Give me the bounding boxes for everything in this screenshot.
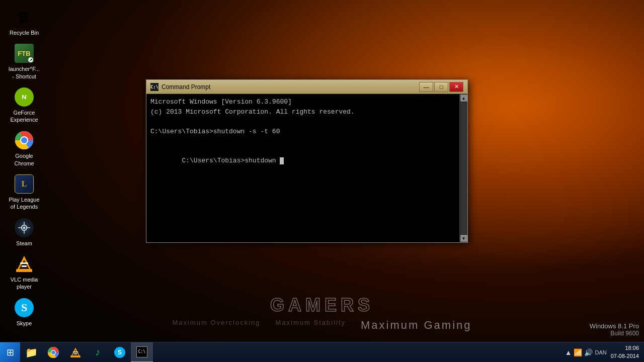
watermark-sub: Maximum Overclocking Maximum Stability M… bbox=[172, 319, 471, 332]
cmd-titlebar-buttons: — □ ✕ bbox=[419, 82, 463, 92]
lol-label: Play League of Legends bbox=[7, 196, 41, 211]
cmd-cursor bbox=[280, 157, 284, 164]
svg-rect-19 bbox=[70, 355, 80, 357]
tray-icons: ▲ 📶 🔊 DAN bbox=[565, 348, 607, 356]
cmd-window: C:\ Command Prompt — □ ✕ Microsoft Windo… bbox=[146, 79, 468, 243]
start-icon: ⊞ bbox=[7, 347, 14, 358]
ftb-launcher-label: launcher^F... - Shortcut bbox=[7, 65, 41, 80]
cmd-titlebar-left: C:\ Command Prompt bbox=[150, 83, 210, 91]
windows-version: Windows 8.1 Pro bbox=[590, 322, 639, 330]
svg-rect-13 bbox=[20, 262, 28, 264]
desktop-icons-container: 🗑 Recycle Bin FTB ↗ launcher^F... - Shor… bbox=[0, 0, 43, 329]
ftb-launcher-icon[interactable]: FTB ↗ launcher^F... - Shortcut bbox=[5, 41, 43, 82]
cmd-line-6: C:\Users\Tobias>shutdown bbox=[150, 146, 455, 176]
cmd-small-icon: C:\ bbox=[150, 83, 158, 91]
cmd-line-3 bbox=[150, 117, 455, 127]
cmd-prompt: C:\Users\Tobias>shutdown bbox=[182, 157, 280, 164]
taskbar-cmd[interactable]: C:\ bbox=[131, 342, 153, 363]
cmd-content[interactable]: Microsoft Windows [Version 6.3.9600] (c)… bbox=[146, 94, 459, 242]
taskbar-file-explorer[interactable]: 📁 bbox=[20, 342, 42, 363]
taskbar-file-explorer-icon: 📁 bbox=[25, 346, 38, 358]
watermark-sub2: Maximum Stability bbox=[276, 319, 346, 332]
cmd-scroll-track[interactable] bbox=[460, 102, 467, 234]
svg-rect-21 bbox=[73, 351, 78, 352]
taskbar-skype-icon: S bbox=[114, 347, 125, 358]
windows-build: Build 9600 bbox=[590, 330, 639, 337]
vlc-icon[interactable]: VLC media player bbox=[5, 252, 43, 293]
cmd-scroll-up-button[interactable]: ▲ bbox=[460, 95, 467, 102]
svg-point-5 bbox=[23, 226, 25, 229]
chrome-desktop-icon[interactable]: Google Chrome bbox=[5, 128, 43, 169]
watermark: GAMERS Maximum Overclocking Maximum Stab… bbox=[172, 295, 471, 332]
taskbar-chrome[interactable] bbox=[42, 342, 64, 363]
cmd-line-5 bbox=[150, 136, 455, 146]
windows-info: Windows 8.1 Pro Build 9600 bbox=[590, 322, 639, 337]
tray-network-icon[interactable]: 📶 bbox=[574, 348, 582, 356]
geforce-icon[interactable]: N GeForce Experience bbox=[5, 85, 43, 126]
tray-expand-icon[interactable]: ▲ bbox=[565, 348, 572, 356]
taskbar-spotify-icon: ♪ bbox=[95, 346, 100, 358]
taskbar: ⊞ 📁 bbox=[0, 342, 644, 362]
steam-label: Steam bbox=[16, 240, 32, 247]
cmd-line-1: Microsoft Windows [Version 6.3.9600] bbox=[150, 97, 455, 107]
svg-point-17 bbox=[51, 350, 55, 354]
watermark-sub1: Maximum Overclocking bbox=[172, 319, 260, 332]
cmd-titlebar[interactable]: C:\ Command Prompt — □ ✕ bbox=[146, 80, 467, 94]
watermark-sub3: Maximum Gaming bbox=[361, 319, 471, 332]
recycle-bin-label: Recycle Bin bbox=[10, 29, 39, 36]
taskbar-cmd-icon: C:\ bbox=[136, 346, 147, 357]
svg-rect-11 bbox=[16, 269, 32, 272]
taskbar-spotify[interactable]: ♪ bbox=[87, 342, 109, 363]
skype-icon[interactable]: S Skype bbox=[5, 296, 43, 329]
tray-sound-icon[interactable]: 🔊 bbox=[584, 348, 593, 356]
cmd-line-2: (c) 2013 Microsoft Corporation. All righ… bbox=[150, 107, 455, 117]
steam-icon[interactable]: Steam bbox=[5, 216, 43, 249]
cmd-restore-button[interactable]: □ bbox=[434, 82, 448, 92]
vlc-label: VLC media player bbox=[7, 276, 41, 291]
taskbar-chrome-icon bbox=[48, 347, 59, 358]
clock-time: 18:06 bbox=[611, 344, 639, 352]
tray-dan-label: DAN bbox=[595, 349, 606, 355]
cmd-line-4: C:\Users\Tobias>shutdown -s -t 60 bbox=[150, 127, 455, 137]
cmd-title: Command Prompt bbox=[162, 83, 210, 90]
recycle-bin-icon[interactable]: 🗑 Recycle Bin bbox=[5, 5, 43, 38]
watermark-title: GAMERS bbox=[172, 295, 471, 316]
cmd-scroll-down-button[interactable]: ▼ bbox=[460, 235, 467, 242]
svg-rect-22 bbox=[74, 353, 77, 354]
cmd-body[interactable]: Microsoft Windows [Version 6.3.9600] (c)… bbox=[146, 94, 467, 242]
cmd-close-button[interactable]: ✕ bbox=[449, 82, 463, 92]
taskbar-vlc-icon bbox=[70, 347, 81, 358]
geforce-label: GeForce Experience bbox=[7, 109, 41, 124]
svg-point-2 bbox=[21, 137, 27, 143]
cmd-scrollbar[interactable]: ▲ ▼ bbox=[459, 94, 467, 242]
taskbar-vlc[interactable] bbox=[64, 342, 87, 363]
chrome-desktop-label: Google Chrome bbox=[7, 152, 41, 167]
taskbar-items: 📁 ♪ bbox=[20, 342, 560, 362]
taskbar-clock[interactable]: 18:06 07-08-2014 bbox=[611, 344, 639, 360]
taskbar-skype[interactable]: S bbox=[109, 342, 131, 363]
lol-icon[interactable]: L Play League of Legends bbox=[5, 172, 43, 213]
start-button[interactable]: ⊞ bbox=[0, 342, 20, 363]
cmd-minimize-button[interactable]: — bbox=[419, 82, 433, 92]
svg-rect-14 bbox=[22, 265, 27, 267]
taskbar-right: ▲ 📶 🔊 DAN 18:06 07-08-2014 bbox=[560, 344, 644, 360]
clock-date: 07-08-2014 bbox=[611, 352, 639, 360]
skype-label: Skype bbox=[17, 320, 32, 327]
